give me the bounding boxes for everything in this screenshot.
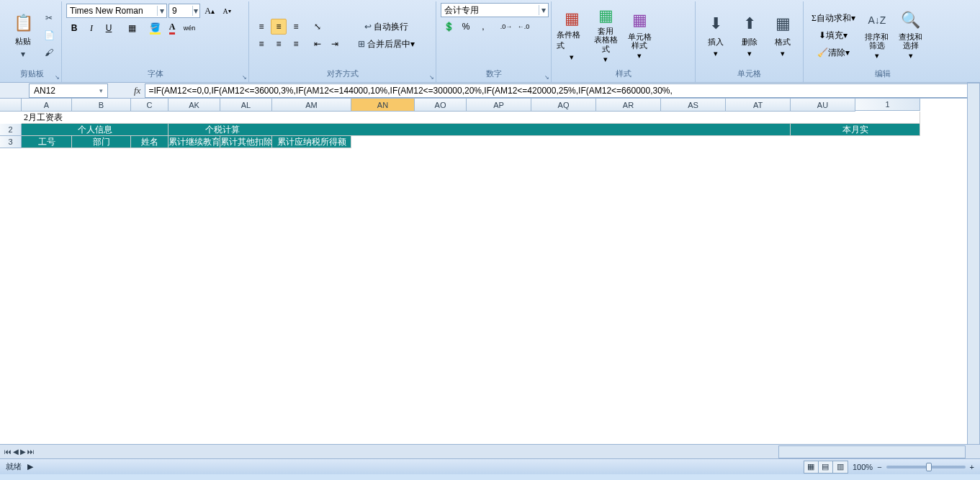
tab-first-button[interactable]: ⏮	[4, 448, 12, 456]
conditional-format-button[interactable]: ▦条件格式▾	[556, 9, 588, 61]
cell[interactable]: 本月实	[791, 124, 920, 136]
delete-button[interactable]: ⬆删除▾	[734, 9, 765, 61]
increase-decimal-button[interactable]: .0→	[498, 19, 514, 35]
underline-button[interactable]: U	[101, 20, 117, 36]
column-header[interactable]: AN	[351, 99, 415, 112]
font-size-input[interactable]	[169, 6, 192, 16]
orientation-button[interactable]: ⤡	[310, 19, 325, 35]
copy-button[interactable]: 📄	[41, 27, 57, 43]
column-header[interactable]: AR	[596, 99, 661, 112]
zoom-out-button[interactable]: −	[877, 463, 881, 471]
font-color-button[interactable]: A	[164, 20, 180, 36]
cell[interactable]: 2	[0, 124, 22, 136]
normal-view-button[interactable]: ▦	[804, 461, 819, 473]
font-name-combo[interactable]: ▾	[66, 4, 167, 18]
font-name-input[interactable]	[67, 6, 157, 16]
format-table-button[interactable]: ▦套用 表格格式▾	[590, 9, 621, 61]
macro-record-icon[interactable]: ▶	[27, 462, 33, 471]
name-box[interactable]: AN12▾	[29, 83, 108, 98]
increase-indent-button[interactable]: ⇥	[327, 36, 343, 52]
align-right-button[interactable]: ≡	[288, 36, 304, 52]
number-format-combo[interactable]: ▾	[441, 3, 549, 17]
decrease-decimal-button[interactable]: ←.0	[516, 19, 531, 35]
zoom-level[interactable]: 100%	[853, 463, 873, 471]
formula-input[interactable]: =IF(AM12<=0,0,IF(AM12<=36000,3%,IF(AM12<…	[145, 83, 980, 98]
decrease-indent-button[interactable]: ⇤	[310, 36, 325, 52]
clear-button[interactable]: 🧹 清除 ▾	[808, 45, 859, 60]
column-header[interactable]: AO	[415, 99, 467, 112]
column-header[interactable]: A	[22, 99, 72, 112]
cell[interactable]: 3	[0, 136, 22, 148]
align-center-button[interactable]: ≡	[271, 36, 287, 52]
font-size-combo[interactable]: ▾	[168, 4, 200, 18]
cell[interactable]: 累计继续教育	[168, 136, 220, 148]
chevron-down-icon[interactable]: ▾	[99, 87, 103, 94]
chevron-down-icon[interactable]: ▾	[539, 5, 548, 15]
clipboard-launcher[interactable]: ↘	[55, 74, 60, 81]
cell[interactable]: 累计其他扣除	[220, 136, 272, 148]
format-painter-button[interactable]: 🖌	[41, 45, 57, 60]
border-button[interactable]: ▦	[124, 20, 140, 36]
cut-button[interactable]: ✂	[41, 10, 57, 26]
tab-prev-button[interactable]: ◀	[13, 448, 19, 456]
autosum-button[interactable]: Σ 自动求和 ▾	[808, 10, 859, 26]
column-header[interactable]: AT	[726, 99, 791, 112]
format-cells-button[interactable]: ▦格式▾	[767, 9, 799, 61]
phonetic-button[interactable]: wén	[181, 20, 197, 36]
fill-color-button[interactable]: 🪣	[147, 20, 163, 36]
cell[interactable]: 工号	[22, 136, 72, 148]
column-header[interactable]: AK	[168, 99, 220, 112]
align-bottom-button[interactable]: ≡	[288, 19, 304, 35]
cell[interactable]: 个人信息	[22, 124, 168, 136]
align-middle-button[interactable]: ≡	[271, 19, 287, 35]
zoom-slider[interactable]	[886, 466, 966, 468]
cell[interactable]: 部门	[72, 136, 131, 148]
merge-center-button[interactable]: ⊞ 合并后居中 ▾	[351, 36, 420, 52]
chevron-down-icon[interactable]: ▾	[157, 6, 166, 16]
percent-button[interactable]: %	[458, 19, 474, 35]
fx-icon[interactable]: fx	[130, 85, 145, 96]
zoom-in-button[interactable]: +	[970, 463, 974, 471]
fill-button[interactable]: ⬇ 填充 ▾	[808, 27, 859, 43]
shrink-font-button[interactable]: A▾	[219, 3, 235, 19]
alignment-launcher[interactable]: ↘	[429, 74, 434, 81]
sort-filter-button[interactable]: A↓Z排序和 筛选▾	[861, 9, 893, 61]
page-break-button[interactable]: ▥	[833, 461, 848, 473]
column-header[interactable]: C	[131, 99, 168, 112]
insert-button[interactable]: ⬇插入▾	[700, 9, 732, 61]
column-header[interactable]: AS	[661, 99, 726, 112]
tab-next-button[interactable]: ▶	[20, 448, 26, 456]
column-header[interactable]: AQ	[531, 99, 596, 112]
font-launcher[interactable]: ↘	[242, 74, 247, 81]
cell-styles-button[interactable]: ▦单元格 样式▾	[624, 9, 655, 61]
tab-last-button[interactable]: ⏭	[27, 448, 35, 456]
zoom-thumb[interactable]	[926, 463, 932, 471]
column-header[interactable]: AM	[272, 99, 351, 112]
column-header[interactable]: AP	[467, 99, 531, 112]
column-header[interactable]: AL	[220, 99, 272, 112]
chevron-down-icon[interactable]: ▾	[192, 6, 199, 16]
align-top-button[interactable]: ≡	[253, 19, 269, 35]
column-header[interactable]: AU	[791, 99, 855, 112]
italic-button[interactable]: I	[84, 20, 99, 36]
column-header[interactable]: B	[72, 99, 131, 112]
grow-font-button[interactable]: A▴	[202, 3, 217, 19]
paste-button[interactable]: 📋 粘贴 ▾	[7, 9, 39, 61]
comma-button[interactable]: ,	[475, 19, 491, 35]
find-select-button[interactable]: 🔍查找和 选择▾	[895, 9, 927, 61]
vertical-scrollbar[interactable]	[967, 83, 980, 450]
cell[interactable]: 姓名	[131, 136, 168, 148]
currency-button[interactable]: 💲	[441, 19, 457, 35]
horizontal-scrollbar[interactable]	[778, 445, 966, 458]
align-left-button[interactable]: ≡	[253, 36, 269, 52]
select-all-corner[interactable]	[0, 99, 22, 112]
cell[interactable]: 累计应纳税所得额	[272, 136, 351, 148]
wrap-text-button[interactable]: ↩ 自动换行	[351, 19, 420, 35]
cell[interactable]: 1	[855, 99, 920, 111]
number-format-input[interactable]	[441, 5, 539, 15]
cell[interactable]: 个税计算	[168, 124, 791, 136]
cell[interactable]: 2月工资表	[22, 112, 920, 124]
number-launcher[interactable]: ↘	[544, 74, 549, 81]
page-layout-button[interactable]: ▤	[819, 461, 833, 473]
bold-button[interactable]: B	[66, 20, 82, 36]
